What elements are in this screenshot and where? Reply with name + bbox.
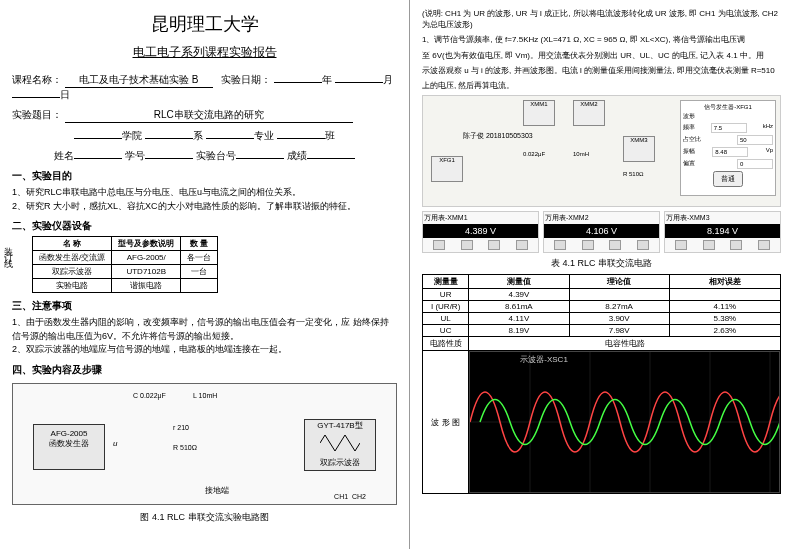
signal-gen-panel[interactable]: 信号发生器-XFG1 波形 频率kHz 占空比 振幅Vp 偏置 普通 (680, 100, 776, 196)
r2-label: R 510Ω (173, 444, 197, 451)
meter3-display: 8.194 V (665, 224, 780, 238)
measurement-table: 测量量测量值理论值相对误差 UR4.39V I (UR/R)8.61mA8.27… (422, 274, 781, 494)
offset-input[interactable] (737, 159, 773, 169)
section3-item1: 1、由于函数发生器内阻的影响，改变频率时，信号源的输出电压值会有一定变化，应 始… (12, 316, 397, 343)
table-row: I (UR/R)8.61mA8.27mA4.11% (423, 301, 781, 313)
major-field[interactable] (206, 138, 254, 139)
table-row: 函数发生器/交流源AFG-2005/各一台 (33, 251, 218, 265)
score-field[interactable] (307, 158, 355, 159)
waveform-label: 波形 (683, 112, 773, 121)
desc-3: 至 6V(也为有效值电压, 即 Vm)。用交流毫伏表分别测出 UR、UL、UC … (422, 50, 781, 61)
section2-title: 二、实验仪器设备 (12, 219, 397, 233)
meter-xmm2[interactable]: 万用表-XMM24.106 V (543, 211, 660, 253)
table-row: UR4.39V (423, 289, 781, 301)
xmm1-box: XMM1 (523, 100, 555, 126)
college-field[interactable] (74, 138, 122, 139)
binding-note: 装订线 (2, 240, 15, 258)
oscilloscope[interactable]: 示波器-XSC1 (469, 351, 780, 493)
desc-2: 1、调节信号源频率, 使 f=7.5KHz (XL=471 Ω, XC = 96… (422, 34, 781, 45)
xfg1-box: XFG1 (431, 156, 463, 182)
dept-field[interactable] (145, 138, 193, 139)
meter2-display: 4.106 V (544, 224, 659, 238)
l-label: L 10mH (193, 392, 217, 399)
panel-button[interactable]: 普通 (713, 171, 743, 187)
sim-r: R 510Ω (623, 171, 644, 177)
affiliation-row: 学院 系 专业 班 (12, 129, 397, 143)
xmm3-box: XMM3 (623, 136, 655, 162)
desc-1: (说明: CH1 为 UR 的波形, UR 与 I 成正比, 所以将电流波形转化… (422, 8, 781, 30)
topic-row: 实验题目： RLC串联交流电路的研究 (12, 108, 397, 123)
class-field[interactable] (277, 138, 325, 139)
meter-xmm3[interactable]: 万用表-XMM38.194 V (664, 211, 781, 253)
xmm2-box: XMM2 (573, 100, 605, 126)
section3-title: 三、注意事项 (12, 299, 397, 313)
course-row: 课程名称： 电工及电子技术基础实验 B 实验日期： 年 月 日 (12, 73, 397, 102)
circuit-caption: 图 4.1 RLC 串联交流实验电路图 (12, 511, 397, 524)
equipment-table: 名 称型号及参数说明数 量 函数发生器/交流源AFG-2005/各一台 双踪示波… (32, 236, 218, 293)
meter-btn[interactable] (433, 240, 445, 250)
student-row: 姓名 学号 实验台号 成绩 (12, 149, 397, 163)
table-row: 实验电路谐振电路 (33, 279, 218, 293)
right-column: (说明: CH1 为 UR 的波形, UR 与 I 成正比, 所以将电流波形转化… (410, 0, 793, 549)
ground-label: 接地端 (205, 485, 229, 496)
afg-box: AFG-2005函数发生器 (33, 424, 105, 470)
table-row: UL4.11V3.90V5.38% (423, 313, 781, 325)
ch-labels: CH1 CH2 (334, 493, 366, 500)
year-field[interactable] (274, 82, 322, 83)
scope-title: 示波器-XSC1 (520, 354, 568, 365)
day-field[interactable] (12, 97, 60, 98)
duty-input[interactable] (737, 135, 773, 145)
section4-title: 四、实验内容及步骤 (12, 363, 397, 377)
u-label: u (113, 439, 117, 448)
meters-row: 万用表-XMM14.389 V 万用表-XMM24.106 V 万用表-XMM3… (422, 211, 781, 253)
report-subtitle: 电工电子系列课程实验报告 (12, 44, 397, 61)
panel-title: 信号发生器-XFG1 (683, 103, 773, 112)
r-label: r 210 (173, 424, 189, 431)
desc-5: 上的电压, 然后再算电流。 (422, 80, 781, 91)
date-label: 实验日期： (221, 74, 271, 85)
student-info: 陈子俊 201810505303 (463, 131, 533, 141)
meter1-display: 4.389 V (423, 224, 538, 238)
section1-item2: 2、研究R 大小时，感抗XL、容抗XC的大小对电路性质的影响。了解串联谐振的特征… (12, 200, 397, 214)
table-row: 电路性质电容性电路 (423, 337, 781, 351)
bench-field[interactable] (236, 158, 284, 159)
left-column: 昆明理工大学 电工电子系列课程实验报告 课程名称： 电工及电子技术基础实验 B … (0, 0, 410, 549)
circuit-diagram: AFG-2005函数发生器 GYT-417B型双踪示波器 C 0.022μF L… (12, 383, 397, 505)
c-label: C 0.022μF (133, 392, 166, 399)
meter-xmm1[interactable]: 万用表-XMM14.389 V (422, 211, 539, 253)
waveform-cell-label: 波 形 图 (423, 351, 469, 494)
table-row: UC8.19V7.98V2.63% (423, 325, 781, 337)
section1-item1: 1、研究RLC串联电路中总电压与分电压、电压u与电流之间的相位关系。 (12, 186, 397, 200)
month-field[interactable] (335, 82, 383, 83)
section3-item2: 2、双踪示波器的地端应与信号源的地端，电路板的地端连接在一起。 (12, 343, 397, 357)
course-value: 电工及电子技术基础实验 B (65, 73, 213, 88)
gyt-box: GYT-417B型双踪示波器 (304, 419, 376, 471)
topic-value: RLC串联交流电路的研究 (65, 108, 353, 123)
course-label: 课程名称： (12, 74, 62, 85)
id-field[interactable] (145, 158, 193, 159)
table41-title: 表 4.1 RLC 串联交流电路 (422, 257, 781, 270)
topic-label: 实验题目： (12, 109, 62, 120)
scope-waveform (470, 352, 779, 492)
name-field[interactable] (74, 158, 122, 159)
table-row: 双踪示波器UTD7102B一台 (33, 265, 218, 279)
desc-4: 示波器观察 u 与 i 的波形, 并画波形图。电流 I 的测量值采用间接测量法,… (422, 65, 781, 76)
university-title: 昆明理工大学 (12, 12, 397, 36)
sim-l: 10mH (573, 151, 589, 157)
amp-input[interactable] (712, 147, 748, 157)
sim-c: 0.022μF (523, 151, 545, 157)
simulation-diagram: XMM1 XMM2 XMM3 XFG1 陈子俊 201810505303 0.0… (422, 95, 781, 207)
freq-input[interactable] (711, 123, 747, 133)
section1-title: 一、实验目的 (12, 169, 397, 183)
